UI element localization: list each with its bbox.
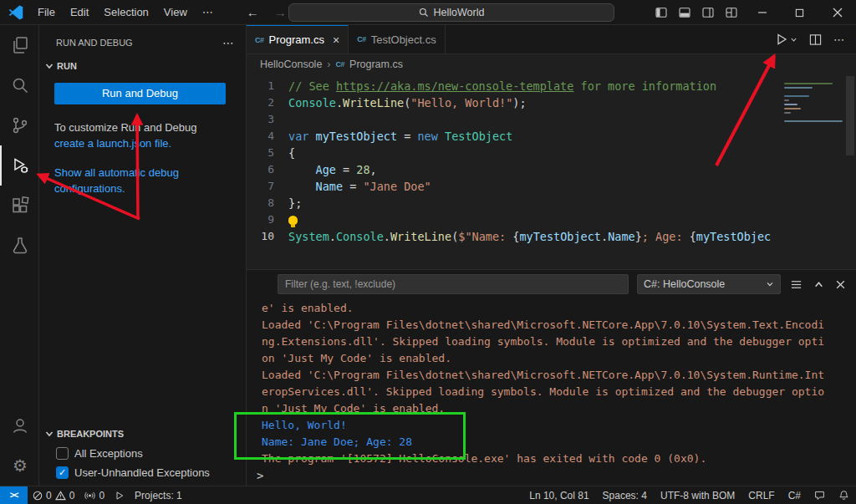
language-status[interactable]: C#: [782, 486, 808, 504]
toggle-secondary-sidebar-icon[interactable]: [696, 0, 720, 25]
maximize-button[interactable]: [781, 0, 818, 25]
breakpoints-section: BREAKPOINTS ✓ All Exceptions ✓ User-Unha…: [39, 425, 246, 482]
breakpoint-row[interactable]: ✓ All Exceptions: [39, 444, 246, 463]
search-text: HelloWorld: [434, 7, 485, 18]
run-section-label: RUN: [57, 61, 77, 71]
code-editor[interactable]: 1// See https://aka.ms/new-console-templ…: [247, 74, 856, 269]
filter-placeholder: Filter (e.g. text, !exclude): [285, 278, 395, 290]
projects-status[interactable]: Projects: 1: [130, 486, 187, 504]
tab-program-cs[interactable]: Program.cs ×: [247, 25, 349, 53]
console-output[interactable]: e' is enabled.Loaded 'C:\Program Files\d…: [262, 300, 843, 471]
breadcrumb[interactable]: HelloConsole › Program.cs: [247, 54, 856, 74]
toggle-panel-icon[interactable]: [673, 0, 696, 25]
split-editor-icon[interactable]: [809, 33, 822, 46]
breadcrumb-project[interactable]: HelloConsole: [260, 59, 322, 70]
problems-status[interactable]: 0 0: [28, 486, 79, 504]
close-panel-icon[interactable]: [835, 279, 846, 290]
panel-header: Filter (e.g. text, !exclude) C#: HelloCo…: [247, 270, 856, 298]
scrollbar-thumb[interactable]: [846, 76, 854, 155]
run-and-debug-button[interactable]: Run and Debug: [54, 83, 226, 104]
breadcrumb-separator-icon: ›: [327, 59, 330, 70]
eol-status[interactable]: CRLF: [741, 486, 781, 504]
close-window-button[interactable]: [818, 0, 856, 25]
source-control-icon[interactable]: [0, 105, 39, 145]
lightbulb-icon: [288, 216, 298, 225]
breakpoints-label: BREAKPOINTS: [57, 429, 124, 439]
ports-status[interactable]: 0: [79, 486, 110, 504]
account-icon[interactable]: [0, 405, 39, 445]
sidebar-more-icon[interactable]: ⋯: [222, 36, 234, 49]
maximize-panel-icon[interactable]: [813, 279, 824, 290]
menu-view[interactable]: View: [156, 0, 195, 25]
search-sidebar-icon[interactable]: [0, 65, 39, 105]
show-auto-debug-link[interactable]: Show all automatic debug configurations.: [54, 165, 203, 196]
extensions-icon[interactable]: [0, 186, 39, 226]
tab-testobject-cs[interactable]: TestObject.cs: [349, 25, 446, 53]
sidebar-title: RUN AND DEBUG: [56, 38, 133, 48]
toggle-sidebar-icon[interactable]: [650, 0, 673, 25]
run-debug-sidebar: RUN AND DEBUG ⋯ RUN Run and Debug To cus…: [39, 25, 247, 486]
debug-status-icon[interactable]: [110, 486, 130, 504]
clear-console-icon[interactable]: [790, 278, 802, 291]
code-lines: 1// See https://aka.ms/new-console-templ…: [247, 78, 856, 245]
console-session-select[interactable]: C#: HelloConsole: [637, 274, 781, 294]
console-input-chevron[interactable]: >: [257, 469, 263, 482]
create-launch-json-link[interactable]: create a launch.json file.: [54, 137, 171, 150]
breakpoint-label: User-Unhandled Exceptions: [74, 466, 210, 479]
remote-indicator[interactable]: ><: [0, 486, 28, 504]
command-center-search[interactable]: HelloWorld: [288, 3, 614, 22]
back-arrow-icon[interactable]: ←: [239, 5, 267, 19]
breakpoint-checkbox[interactable]: ✓: [56, 447, 69, 460]
breakpoint-checkbox[interactable]: ✓: [56, 466, 69, 479]
console-session-label: C#: HelloConsole: [644, 278, 725, 290]
titlebar: File Edit Selection View ⋯ ← → HelloWorl…: [0, 0, 856, 25]
menu-more-icon[interactable]: ⋯: [195, 6, 221, 18]
indentation-status[interactable]: Spaces: 4: [596, 486, 654, 504]
encoding-status[interactable]: UTF-8 with BOM: [654, 486, 741, 504]
minimap[interactable]: [779, 76, 844, 264]
search-icon: [419, 8, 429, 18]
editor-more-icon[interactable]: ⋯: [833, 33, 844, 46]
run-section-header[interactable]: RUN: [39, 58, 246, 76]
menu-selection[interactable]: Selection: [96, 0, 155, 25]
error-count: 0: [46, 490, 52, 501]
testing-beaker-icon[interactable]: [0, 226, 39, 266]
status-bar: >< 0 0 0 Projects: 1 Ln 10, Col 81 Space…: [0, 486, 856, 504]
tab-close-icon[interactable]: ×: [333, 33, 339, 47]
breakpoints-header[interactable]: BREAKPOINTS: [39, 425, 246, 444]
customize-hint: To customize Run and Debug create a laun…: [54, 120, 229, 151]
vscode-logo-icon: [8, 5, 23, 20]
run-project-button[interactable]: [775, 33, 797, 46]
warning-count: 0: [69, 490, 75, 501]
tower-count: 0: [99, 490, 104, 501]
csharp-file-icon: [255, 36, 264, 44]
editor-group: Program.cs × TestObject.cs ⋯ HelloConsol…: [247, 25, 856, 486]
tab-label: Program.cs: [269, 33, 324, 46]
menu-edit[interactable]: Edit: [63, 0, 96, 25]
settings-gear-icon[interactable]: ⚙: [0, 445, 39, 486]
customize-layout-icon[interactable]: [720, 0, 743, 25]
minimize-button[interactable]: [743, 0, 781, 25]
activity-bar: ⚙: [0, 25, 39, 486]
breadcrumb-file[interactable]: Program.cs: [349, 59, 403, 70]
feedback-icon[interactable]: [808, 486, 832, 504]
explorer-icon[interactable]: [0, 25, 39, 65]
cursor-position-status[interactable]: Ln 10, Col 81: [522, 486, 595, 504]
editor-scrollbar[interactable]: [844, 74, 856, 269]
console-filter-input[interactable]: Filter (e.g. text, !exclude): [278, 274, 629, 294]
breakpoint-label: All Exceptions: [74, 447, 143, 460]
notifications-bell-icon[interactable]: [832, 486, 856, 504]
tab-bar: Program.cs × TestObject.cs ⋯: [247, 25, 856, 54]
tab-label: TestObject.cs: [371, 33, 436, 46]
customize-text: To customize Run and Debug: [54, 121, 197, 134]
breakpoint-row[interactable]: ✓ User-Unhandled Exceptions: [39, 463, 246, 482]
menu-file[interactable]: File: [30, 0, 63, 25]
run-and-debug-icon[interactable]: [0, 145, 39, 186]
debug-console-panel: Filter (e.g. text, !exclude) C#: HelloCo…: [247, 269, 856, 486]
csharp-file-icon: [336, 60, 345, 69]
csharp-file-icon: [357, 35, 366, 43]
